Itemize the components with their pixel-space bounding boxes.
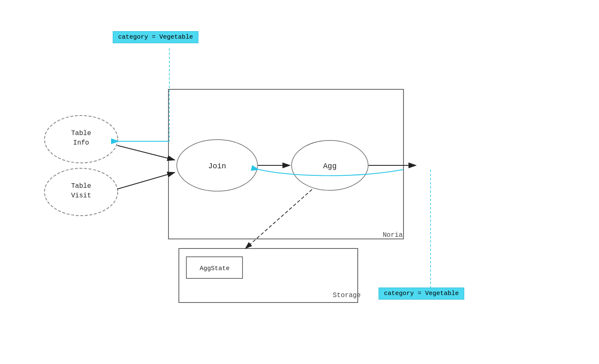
category-label-top: category = Vegetable bbox=[113, 31, 198, 43]
table-info-label2: Info bbox=[73, 139, 89, 147]
table-visit-label: Table bbox=[71, 182, 91, 190]
dashed-arrow-agg-storage bbox=[245, 189, 312, 248]
table-visit-label2: Visit bbox=[71, 192, 91, 199]
agg-label: Agg bbox=[323, 162, 337, 170]
noria-label: Noria bbox=[383, 231, 403, 239]
aggstate-label: AggState bbox=[200, 265, 230, 272]
table-info-label: Table bbox=[71, 130, 91, 137]
arrow-info-join bbox=[117, 145, 175, 160]
join-label: Join bbox=[208, 162, 226, 170]
diagram-container: Noria Storage AggState Table Info Table … bbox=[0, 0, 599, 364]
main-diagram: Noria Storage AggState Table Info Table … bbox=[0, 0, 599, 364]
category-label-bottom: category = Vegetable bbox=[379, 288, 464, 300]
storage-label: Storage bbox=[333, 292, 361, 299]
arrow-visit-join bbox=[117, 172, 175, 189]
blue-feedback-arrow bbox=[259, 170, 403, 176]
